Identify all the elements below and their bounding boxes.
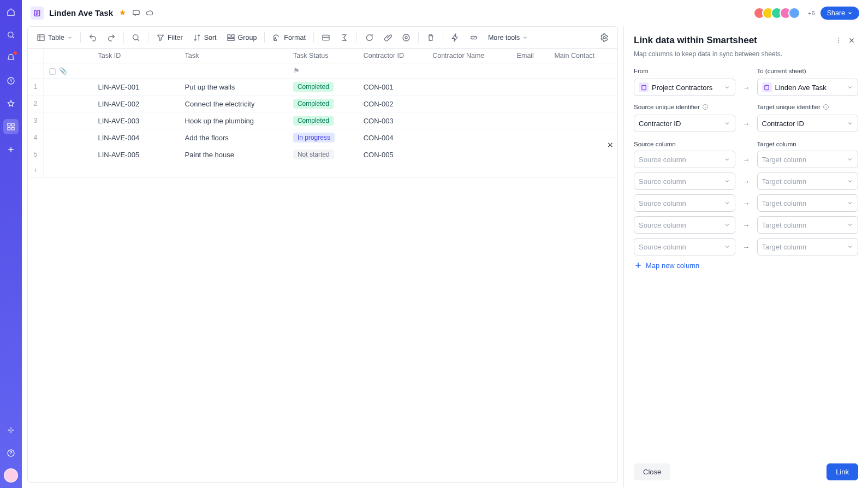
table-row[interactable]: 4LIN-AVE-004Add the floorsIn progressCON… xyxy=(28,129,617,146)
cell-main-contact[interactable] xyxy=(549,96,617,112)
cell-status[interactable]: In progress xyxy=(288,129,358,146)
cell-task-id[interactable]: LIN-AVE-002 xyxy=(43,96,180,112)
table-row[interactable]: 2LIN-AVE-002Connect the electricityCompl… xyxy=(28,96,617,112)
source-column-dropdown[interactable]: Source column xyxy=(634,216,735,234)
to-sheet-dropdown[interactable]: Linden Ave Task xyxy=(757,79,859,96)
cell-task[interactable]: Paint the house xyxy=(180,146,288,163)
column-header[interactable]: Contractor ID xyxy=(358,49,427,63)
cell-email[interactable] xyxy=(512,96,549,112)
home-icon[interactable] xyxy=(3,4,19,20)
cell-status[interactable]: Completed xyxy=(288,96,358,112)
insert-button[interactable] xyxy=(318,31,334,44)
chat-icon[interactable] xyxy=(132,9,140,17)
target-column-dropdown[interactable]: Target column xyxy=(757,151,859,168)
close-button[interactable]: Close xyxy=(634,463,670,480)
settings-button[interactable] xyxy=(597,31,612,44)
cell-main-contact[interactable] xyxy=(549,79,617,96)
tgt-uid-dropdown[interactable]: Contractor ID xyxy=(757,115,859,132)
target-column-dropdown[interactable]: Target column xyxy=(757,238,859,255)
avatar-overflow[interactable]: +6 xyxy=(808,10,815,16)
cell-task-id[interactable]: LIN-AVE-001 xyxy=(43,79,180,96)
cell-contractor-id[interactable]: CON-002 xyxy=(358,96,427,112)
filter-button[interactable]: Filter xyxy=(153,31,186,44)
cell-task[interactable]: Hook up the plumbing xyxy=(180,112,288,129)
from-sheet-dropdown[interactable]: Project Contractors xyxy=(634,79,735,96)
panel-close-icon[interactable] xyxy=(845,34,858,47)
group-button[interactable]: Group xyxy=(223,31,260,44)
cell-task-id[interactable]: LIN-AVE-003 xyxy=(43,112,180,129)
cell-main-contact[interactable] xyxy=(549,112,617,129)
target-column-dropdown[interactable]: Target column xyxy=(757,216,859,234)
column-header[interactable]: Task xyxy=(180,49,288,63)
cell-contractor-name[interactable] xyxy=(427,129,511,146)
undo-button[interactable] xyxy=(85,31,100,44)
add-icon[interactable] xyxy=(3,142,19,157)
column-header[interactable]: Email xyxy=(512,49,549,63)
source-column-dropdown[interactable]: Source column xyxy=(634,172,735,190)
source-column-dropdown[interactable]: Source column xyxy=(634,151,735,168)
cell-contractor-id[interactable]: CON-005 xyxy=(358,146,427,163)
cell-main-contact[interactable] xyxy=(549,129,617,146)
cell-task-id[interactable]: LIN-AVE-005 xyxy=(43,146,180,163)
target-column-dropdown[interactable]: Target column xyxy=(757,194,859,212)
cell-contractor-id[interactable]: CON-001 xyxy=(358,79,427,96)
map-new-column-button[interactable]: Map new column xyxy=(634,258,858,273)
select-all-checkbox[interactable] xyxy=(49,68,56,75)
proof-button[interactable] xyxy=(399,31,414,44)
view-switcher[interactable]: Table xyxy=(33,31,76,44)
sort-button[interactable]: Sort xyxy=(189,31,220,44)
column-header[interactable]: Task ID xyxy=(43,49,180,63)
column-header[interactable]: Task Status xyxy=(288,49,358,63)
link-data-button[interactable] xyxy=(466,31,481,44)
cell-task[interactable]: Connect the electricity xyxy=(180,96,288,112)
cell-contractor-id[interactable]: CON-004 xyxy=(358,129,427,146)
cell-contractor-name[interactable] xyxy=(427,79,511,96)
collaborator-avatar[interactable] xyxy=(788,7,800,19)
cell-status[interactable]: Not started xyxy=(288,146,358,163)
format-button[interactable]: Format xyxy=(269,31,309,44)
redo-button[interactable] xyxy=(104,31,119,44)
data-grid[interactable]: Task IDTaskTask StatusContractor IDContr… xyxy=(28,49,617,482)
favorite-icon[interactable] xyxy=(118,9,127,17)
table-row[interactable]: 1LIN-AVE-001Put up the wallsCompletedCON… xyxy=(28,79,617,96)
grid-icon[interactable] xyxy=(3,119,19,134)
cell-email[interactable] xyxy=(512,146,549,163)
table-row[interactable]: 3LIN-AVE-003Hook up the plumbingComplete… xyxy=(28,112,617,129)
source-column-dropdown[interactable]: Source column xyxy=(634,194,735,212)
cell-contractor-name[interactable] xyxy=(427,96,511,112)
user-avatar[interactable] xyxy=(4,468,18,483)
cell-main-contact[interactable] xyxy=(549,146,617,163)
search-icon[interactable] xyxy=(3,27,19,43)
cell-email[interactable] xyxy=(512,112,549,129)
integrate-icon[interactable] xyxy=(3,422,19,438)
table-row[interactable]: 5LIN-AVE-005Paint the houseNot startedCO… xyxy=(28,146,617,163)
column-header[interactable]: Contractor Name xyxy=(427,49,511,63)
panel-menu-icon[interactable] xyxy=(832,34,845,47)
cell-task[interactable]: Put up the walls xyxy=(180,79,288,96)
help-icon[interactable] xyxy=(3,445,19,461)
formula-button[interactable] xyxy=(337,31,352,44)
column-header[interactable]: Main Contact xyxy=(549,49,617,63)
automation-button[interactable] xyxy=(448,31,463,44)
share-button[interactable]: Share xyxy=(821,7,859,20)
cell-contractor-name[interactable] xyxy=(427,146,511,163)
cell-contractor-name[interactable] xyxy=(427,112,511,129)
search-button[interactable] xyxy=(128,31,144,44)
target-column-dropdown[interactable]: Target column xyxy=(757,172,859,190)
cell-task[interactable]: Add the floors xyxy=(180,129,288,146)
bell-icon[interactable] xyxy=(3,50,19,66)
cell-status[interactable]: Completed xyxy=(288,79,358,96)
star-icon[interactable] xyxy=(3,96,19,111)
more-tools-button[interactable]: More tools xyxy=(485,32,531,44)
collaborator-avatars[interactable] xyxy=(757,7,800,19)
cell-contractor-id[interactable]: CON-003 xyxy=(358,112,427,129)
src-uid-dropdown[interactable]: Contractor ID xyxy=(634,115,735,132)
add-row[interactable]: + xyxy=(28,163,617,178)
source-column-dropdown[interactable]: Source column xyxy=(634,238,735,255)
comment-button[interactable] xyxy=(361,31,377,44)
delete-button[interactable] xyxy=(423,31,438,44)
cell-email[interactable] xyxy=(512,79,549,96)
link-button[interactable]: Link xyxy=(827,463,858,480)
cell-email[interactable] xyxy=(512,129,549,146)
cell-task-id[interactable]: LIN-AVE-004 xyxy=(43,129,180,146)
